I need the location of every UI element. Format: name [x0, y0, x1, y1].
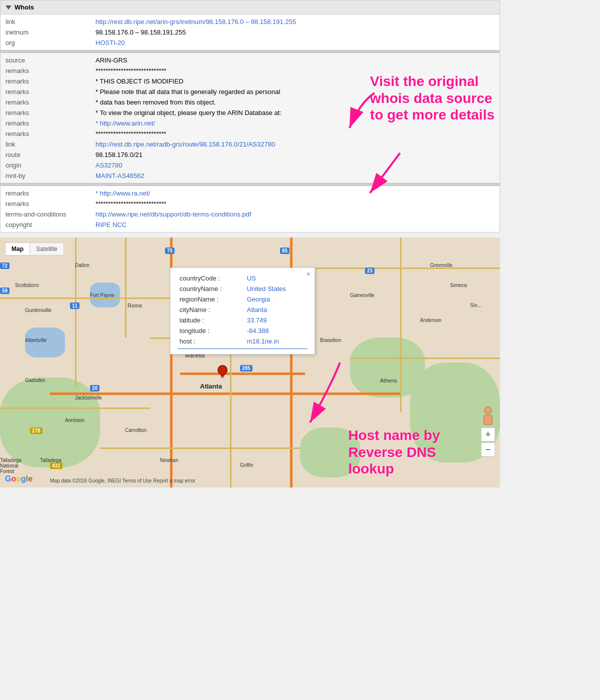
city-griffin: Griffin: [240, 462, 254, 468]
row-label: link: [0, 139, 90, 150]
row-value: http://rest.db.ripe.net/radb-grs/route/9…: [90, 139, 500, 150]
popup-row: host : m18.1ne.in: [178, 336, 308, 346]
whois-footer-table: remarks * http://www.ra.net/ remarks ***…: [0, 188, 500, 230]
origin-link[interactable]: AS32780: [96, 162, 122, 169]
city-anniston: Anniston: [65, 418, 84, 423]
table-row: remarks ****************************: [0, 198, 500, 209]
arin-link[interactable]: * http://www.arin.net/: [96, 120, 155, 127]
collapse-icon[interactable]: [6, 6, 12, 10]
terrain-4: [300, 428, 360, 478]
row-value: ARIN-GRS: [90, 55, 500, 66]
table-row: remarks * To view the original object, p…: [0, 108, 500, 118]
city-fort-payne: Fort Payne: [90, 292, 114, 298]
road-shield-72: 72: [0, 262, 10, 269]
row-label: copyright: [0, 220, 90, 230]
city-guntersville: Guntersville: [25, 308, 52, 313]
row-value: ****************************: [90, 198, 500, 209]
table-row: route 98.158.176.0/21: [0, 150, 500, 160]
popup-key: cityName :: [178, 304, 245, 315]
map-pin: [218, 365, 228, 379]
road-shield-85: 85: [280, 248, 290, 254]
copyright-link[interactable]: RIPE NCC: [96, 221, 126, 228]
table-row: source ARIN-GRS: [0, 55, 500, 66]
popup-value: Georgia: [245, 294, 308, 304]
map-copyright: Map data ©2016 Google, INEGI Terms of Us…: [50, 478, 196, 484]
table-row: copyright RIPE NCC: [0, 220, 500, 230]
table-row: remarks * http://www.ra.net/: [0, 188, 500, 198]
terms-link[interactable]: http://www.ripe.net/db/support/db-terms-…: [96, 210, 251, 218]
road-shield-11: 11: [70, 302, 80, 309]
popup-row: latitude : 33.749: [178, 315, 308, 326]
table-row: link http://rest.db.ripe.net/radb-grs/ro…: [0, 139, 500, 150]
table-row: mnt-by MAINT-AS46562: [0, 170, 500, 181]
city-gainesville: Gainesville: [350, 292, 374, 298]
row-value: ****************************: [90, 128, 500, 139]
row-value: RIPE NCC: [90, 220, 500, 230]
popup-key: regionName :: [178, 294, 245, 304]
popup-value: US: [245, 273, 308, 284]
road-v-3: [230, 338, 232, 488]
radb-link[interactable]: http://rest.db.ripe.net/radb-grs/route/9…: [96, 140, 275, 148]
pegman[interactable]: [482, 406, 494, 428]
popup-key: host :: [178, 336, 245, 346]
row-label: remarks: [0, 66, 90, 76]
mntby-link[interactable]: MAINT-AS46562: [96, 172, 144, 180]
road-shield-59: 59: [0, 288, 10, 294]
table-row: org HOSTI-20: [0, 38, 500, 48]
row-label: remarks: [0, 198, 90, 209]
road-h-5: [350, 358, 500, 359]
table-row: inetnum 98.158.176.0 – 98.158.191.255: [0, 27, 500, 38]
table-row: remarks ****************************: [0, 128, 500, 139]
whois-top-block: link http://rest.db.ripe.net/arin-grs/in…: [0, 14, 500, 50]
city-talladega: Talladega: [40, 458, 62, 463]
road-78: [0, 408, 150, 409]
city-anderson: Anderson: [420, 318, 442, 323]
popup-close-button[interactable]: ×: [306, 270, 310, 278]
road-20: [50, 392, 400, 395]
row-value: HOSTI-20: [90, 38, 500, 48]
popup-key: latitude :: [178, 315, 245, 326]
popup-row: longitude : -84.388: [178, 326, 308, 336]
road-v-4: [400, 238, 402, 412]
row-value: * http://www.arin.net/: [90, 118, 500, 128]
row-label: remarks: [0, 118, 90, 128]
popup-underline: [178, 348, 308, 349]
zoom-in-button[interactable]: +: [481, 428, 495, 442]
row-label: remarks: [0, 86, 90, 97]
popup-row: regionName : Georgia: [178, 294, 308, 304]
table-row: origin AS32780: [0, 160, 500, 170]
whois-section: Whois link http://rest.db.ripe.net/arin-…: [0, 0, 500, 232]
table-row: remarks * http://www.arin.net/: [0, 118, 500, 128]
whois-header: Whois: [0, 0, 500, 14]
road-shield-20: 20: [90, 385, 100, 392]
tab-map[interactable]: Map: [6, 243, 30, 255]
tab-satellite[interactable]: Satellite: [30, 243, 64, 255]
popup-value: 33.749: [245, 315, 308, 326]
row-label: remarks: [0, 128, 90, 139]
whois-annotation-area: source ARIN-GRS remarks ****************…: [0, 53, 500, 183]
ra-link[interactable]: * http://www.ra.net/: [96, 190, 150, 197]
popup-key: longitude :: [178, 326, 245, 336]
row-value: * Please note that all data that is gene…: [90, 86, 500, 97]
whois-bottom-block: source ARIN-GRS remarks ****************…: [0, 53, 500, 183]
city-athens: Athens: [380, 378, 397, 384]
row-label: remarks: [0, 108, 90, 118]
table-row: remarks * data has been removed from thi…: [0, 97, 500, 108]
city-scottsboro: Scottsboro: [15, 282, 39, 288]
popup-table: countryCode : US countryName : United St…: [178, 273, 308, 346]
row-value: * http://www.ra.net/: [90, 188, 500, 198]
row-label: inetnum: [0, 27, 90, 38]
road-shield-431: 431: [50, 462, 62, 469]
org-link[interactable]: HOSTI-20: [96, 39, 125, 46]
city-greenville: Greenville: [430, 262, 452, 268]
link-value[interactable]: http://rest.db.ripe.net/arin-grs/inetnum…: [96, 18, 296, 26]
pegman-head: [484, 406, 492, 414]
row-value: AS32780: [90, 160, 500, 170]
row-label: link: [0, 16, 90, 27]
map-background: 75 85 285 20 72 11 59 76 23 278 431 Atla…: [0, 238, 500, 488]
row-value: http://www.ripe.net/db/support/db-terms-…: [90, 209, 500, 220]
city-talladega-national: TalladegaNationalForest: [0, 458, 22, 474]
zoom-out-button[interactable]: −: [481, 442, 495, 456]
city-braselton: Braselton: [320, 338, 341, 343]
row-label: remarks: [0, 97, 90, 108]
